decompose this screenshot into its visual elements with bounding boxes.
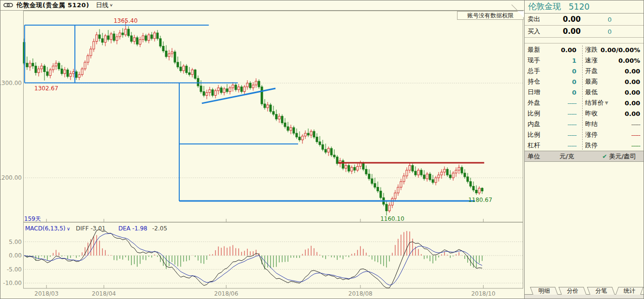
svg-text:159天: 159天 bbox=[24, 215, 41, 222]
price-chart-canvas[interactable]: 1300.001200.005.000.00-5.00-10.002018/03… bbox=[0, 0, 524, 299]
svg-text:5.00: 5.00 bbox=[9, 239, 22, 245]
stat-cell: 最新0.00 bbox=[525, 45, 582, 54]
svg-text:∨: ∨ bbox=[67, 226, 70, 231]
bottom-tab-bar: 明细 分价 分笔 统计 bbox=[525, 286, 644, 295]
stats-grid: 最新0.00涨跌0.00/0.00%现手1速涨0.00%总手0开盘0.00持仓0… bbox=[525, 43, 644, 151]
stat-row: 最新0.00涨跌0.00/0.00% bbox=[525, 44, 644, 55]
tab-stats[interactable]: 统计 bbox=[615, 287, 644, 295]
period-label: 日线 bbox=[96, 1, 109, 10]
sell-qty: 0 bbox=[581, 16, 612, 23]
stat-value: 0.00 bbox=[598, 89, 640, 96]
svg-text:1200.00: 1200.00 bbox=[0, 174, 22, 181]
stat-cell: 外盘----- bbox=[525, 99, 582, 107]
svg-text:2018/08: 2018/08 bbox=[348, 290, 372, 297]
stat-label: 日增 bbox=[528, 88, 540, 97]
stat-label: 总手 bbox=[528, 67, 540, 75]
sell-price: 0.00 bbox=[549, 15, 581, 24]
stat-label: 涨停 bbox=[585, 130, 598, 139]
stat-label: 速涨 bbox=[585, 56, 598, 65]
svg-text:MACD(6,13,5): MACD(6,13,5) bbox=[25, 225, 66, 232]
stat-value: 0.00/0.00% bbox=[598, 46, 640, 54]
stat-value: 0.00 bbox=[598, 68, 640, 75]
svg-text:2018/04: 2018/04 bbox=[92, 290, 116, 297]
stat-label: 涨跌 bbox=[585, 45, 598, 54]
svg-text:2018/03: 2018/03 bbox=[34, 290, 58, 297]
quote-panel: 伦敦金现 5120 卖出 0.00 0 买入 0.00 0 最新0.00涨跌0.… bbox=[524, 0, 644, 299]
svg-text:-5.00: -5.00 bbox=[7, 266, 22, 273]
stat-cell[interactable]: 结算价▼0.00 bbox=[582, 99, 644, 107]
stat-value: ----- bbox=[598, 142, 640, 149]
stat-label: 最新 bbox=[528, 45, 540, 54]
stat-value: 0.00% bbox=[598, 57, 640, 64]
stat-label: 比例 bbox=[528, 109, 540, 118]
svg-text:1302.67: 1302.67 bbox=[34, 85, 58, 92]
permission-note: 账号没有数据权限 bbox=[457, 11, 524, 20]
period-selector[interactable]: 日线 ∨ bbox=[96, 1, 113, 10]
stat-cell: 杠杆----- bbox=[525, 141, 582, 150]
link-icon[interactable] bbox=[3, 2, 13, 8]
stat-value: ----- bbox=[540, 121, 582, 128]
stat-cell: 最低0.00 bbox=[582, 88, 644, 97]
instrument-title: 伦敦金现(贵金属 5120) bbox=[16, 1, 89, 10]
svg-text:-10.00: -10.00 bbox=[3, 280, 22, 286]
stat-value: 0 bbox=[540, 78, 582, 85]
panel-title: 伦敦金现 5120 bbox=[525, 0, 644, 14]
stat-row: 比例-----昨收0.00 bbox=[525, 108, 644, 119]
stat-cell: 比例----- bbox=[525, 130, 582, 139]
stat-row: 总手0开盘0.00 bbox=[525, 66, 644, 76]
svg-text:1300.00: 1300.00 bbox=[0, 80, 22, 86]
svg-text:2018/10: 2018/10 bbox=[471, 290, 495, 297]
buy-qty: 0 bbox=[581, 28, 612, 35]
unit-option-cny[interactable]: 元/克 bbox=[559, 152, 574, 161]
stat-cell: 持仓0 bbox=[525, 77, 582, 86]
stat-row: 持仓0最高0.00 bbox=[525, 76, 644, 87]
stat-value: ----- bbox=[598, 121, 640, 128]
stat-value: ----- bbox=[598, 131, 640, 139]
tab-strip bbox=[525, 295, 644, 299]
svg-text:DIFF -3.01: DIFF -3.01 bbox=[76, 225, 105, 232]
stat-cell: 最高0.00 bbox=[582, 77, 644, 86]
stat-value: 0 bbox=[540, 68, 582, 75]
svg-text:-2.05: -2.05 bbox=[152, 225, 167, 232]
stat-label: 最高 bbox=[585, 77, 598, 86]
stat-label: 结算价 bbox=[585, 99, 604, 107]
stat-row: 比例-----涨停----- bbox=[525, 129, 644, 140]
unit-row: 单位 元/克 ✔ 美元/盎司 bbox=[525, 151, 644, 162]
stat-label: 杠杆 bbox=[528, 141, 540, 150]
buy-label: 买入 bbox=[528, 27, 549, 36]
stat-value: 0.00 bbox=[598, 110, 640, 117]
stat-value: ----- bbox=[540, 142, 582, 149]
svg-text:0.00: 0.00 bbox=[9, 252, 22, 259]
stat-row: 杠杆-----跌停----- bbox=[525, 140, 644, 151]
quote-row-buy[interactable]: 买入 0.00 0 bbox=[525, 26, 644, 38]
unit-label: 单位 bbox=[528, 152, 540, 161]
stat-value: 0 bbox=[540, 89, 582, 96]
buy-price: 0.00 bbox=[549, 27, 581, 36]
stat-label: 跌停 bbox=[585, 141, 598, 150]
unit-option-usd[interactable]: 美元/盎司 bbox=[609, 152, 636, 161]
stat-cell: 涨跌0.00/0.00% bbox=[582, 45, 644, 54]
stat-label: 持仓 bbox=[528, 77, 540, 86]
panel-instrument-name: 伦敦金现 bbox=[528, 1, 561, 12]
stat-value: ----- bbox=[540, 110, 582, 117]
chevron-down-icon: ∨ bbox=[110, 3, 113, 7]
stat-value: 0.00 bbox=[608, 100, 640, 107]
stat-label: 昨收 bbox=[585, 109, 598, 118]
stat-value: 0.00 bbox=[598, 78, 640, 85]
stats-column-divider bbox=[582, 45, 583, 150]
chart-header: 伦敦金现(贵金属 5120) 日线 ∨ bbox=[0, 0, 524, 11]
check-icon: ✔ bbox=[602, 153, 607, 160]
svg-text:2018/06: 2018/06 bbox=[214, 290, 238, 297]
tab-details[interactable]: 明细 bbox=[530, 287, 558, 295]
stat-value: 1 bbox=[540, 57, 582, 64]
stat-cell: 现手1 bbox=[525, 56, 582, 65]
tab-ticks[interactable]: 分笔 bbox=[587, 287, 615, 295]
stat-cell: 开盘0.00 bbox=[582, 67, 644, 75]
panel-separator bbox=[525, 38, 644, 43]
quote-row-sell[interactable]: 卖出 0.00 0 bbox=[525, 14, 644, 26]
svg-text:1180.67: 1180.67 bbox=[468, 197, 492, 203]
stat-label: 昨结 bbox=[585, 120, 598, 128]
tab-price-dist[interactable]: 分价 bbox=[558, 287, 587, 295]
stat-label: 开盘 bbox=[585, 67, 598, 75]
stat-label: 比例 bbox=[528, 130, 540, 139]
